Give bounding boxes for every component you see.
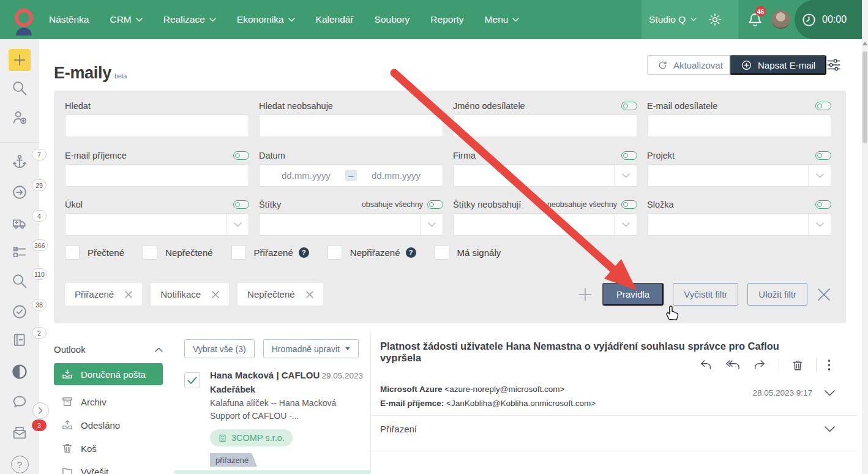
excludes-all-toggle[interactable] (621, 200, 637, 209)
checkbox[interactable] (327, 245, 342, 260)
time-tracker[interactable]: 00:00 (795, 0, 862, 39)
folder-item-archive[interactable]: Archiv (54, 390, 163, 413)
nav-item-realizace[interactable]: Realizace (163, 14, 216, 25)
urgent-button[interactable]: 4 (0, 214, 39, 231)
close-filter-icon[interactable] (817, 287, 831, 302)
exact-match-toggle[interactable] (815, 151, 831, 160)
reply-all-icon[interactable] (725, 358, 741, 372)
scrollbar-thumb[interactable] (862, 51, 867, 143)
checkbox-neprirazene[interactable]: Nepřiřazené? (327, 245, 416, 260)
compose-email-button[interactable]: Napsat E-mail (730, 55, 826, 75)
view-options-button[interactable] (825, 57, 842, 73)
email-list-item[interactable]: Hana Macková | CAFLOU 29.05.2023 Kadeřáb… (184, 370, 363, 467)
chevron-down-icon (808, 214, 831, 235)
remove-chip-icon[interactable] (306, 291, 313, 298)
remove-chip-icon[interactable] (212, 291, 219, 298)
rules-button[interactable]: Pravidla (602, 283, 664, 306)
exact-match-toggle[interactable] (621, 151, 637, 160)
more-options-icon[interactable] (828, 359, 831, 371)
folder-label: Archiv (81, 397, 107, 407)
search-input[interactable] (65, 115, 249, 137)
delete-email-icon[interactable] (791, 358, 804, 372)
email-checkbox-checked[interactable] (184, 372, 200, 388)
contrast-toggle[interactable] (0, 363, 39, 381)
select-all-button[interactable]: Vybrat vše (3) (184, 339, 255, 358)
date-to-input[interactable] (364, 170, 428, 181)
journal-button[interactable]: 2 (0, 331, 39, 348)
mail-icon (11, 424, 28, 441)
folder-item-trash[interactable]: Koš (54, 437, 163, 460)
tasks-button[interactable]: 366 (0, 244, 39, 261)
scrollbar-up-arrow[interactable] (862, 42, 867, 45)
chevron-up-icon[interactable] (155, 347, 163, 352)
folder-item-resolve[interactable]: Vyřešit (54, 460, 163, 474)
app-logo-icon[interactable] (15, 9, 33, 32)
exact-match-toggle[interactable] (815, 102, 831, 110)
checkbox[interactable] (143, 245, 157, 260)
exact-match-toggle[interactable] (233, 151, 249, 160)
checkbox-prirazene[interactable]: Přiřazené? (231, 245, 309, 260)
inbox-button[interactable]: 3 (0, 424, 39, 441)
nav-item-nastenka[interactable]: Nástěnka (49, 14, 89, 25)
bulk-edit-button[interactable]: Hromadně upravit (263, 339, 359, 358)
chevron-down-icon[interactable] (825, 390, 835, 396)
task-select[interactable] (65, 213, 249, 236)
nav-label: Kalendář (316, 14, 354, 25)
anchors-button[interactable]: 7 (0, 153, 39, 170)
page-scrollbar[interactable] (862, 0, 868, 474)
checkbox[interactable] (65, 245, 80, 260)
exact-match-toggle[interactable] (233, 200, 249, 209)
clear-filter-button[interactable]: Vyčistit filtr (673, 283, 738, 306)
exact-match-toggle[interactable] (621, 102, 637, 110)
company-tag[interactable]: 3COMP s.r.o. (210, 429, 293, 446)
nav-item-menu[interactable]: Menu (485, 14, 520, 25)
help-icon[interactable]: ? (406, 247, 416, 258)
folder-account-header[interactable]: Outlook (54, 344, 163, 355)
sliders-icon (825, 57, 842, 73)
settings-gear-icon[interactable] (708, 12, 722, 27)
tags-select[interactable] (259, 213, 443, 236)
chevron-down-icon[interactable] (825, 426, 835, 432)
add-new-button[interactable] (0, 49, 39, 71)
checkbox-neprectene[interactable]: Nepřečtené (143, 245, 213, 260)
help-button[interactable]: ? (0, 456, 39, 473)
search-sidebar-button[interactable] (0, 80, 39, 97)
sender-email-input[interactable] (647, 115, 831, 137)
project-select[interactable] (647, 164, 831, 187)
recipient-email-input[interactable] (65, 164, 249, 187)
remove-chip-icon[interactable] (125, 291, 132, 298)
nav-item-ekonomika[interactable]: Ekonomika (237, 14, 295, 25)
checkbox[interactable] (435, 245, 449, 260)
exact-match-toggle[interactable] (815, 200, 831, 209)
checkbox-prectene[interactable]: Přečtené (65, 245, 124, 260)
checkbox-ma-signaly[interactable]: Má signály (435, 245, 501, 260)
sender-name-input[interactable] (453, 115, 637, 137)
checkbox[interactable] (231, 245, 246, 260)
folder-item-sent[interactable]: Odesláno (54, 413, 163, 437)
tags-exclude-select[interactable] (453, 213, 637, 236)
date-from-input[interactable] (274, 170, 338, 181)
help-icon[interactable]: ? (299, 247, 309, 258)
nav-item-crm[interactable]: CRM (110, 14, 142, 25)
company-select[interactable] (453, 164, 637, 187)
nav-item-kalendar[interactable]: Kalendář (316, 14, 354, 25)
nav-item-soubory[interactable]: Soubory (375, 14, 410, 25)
add-filter-plus-icon[interactable] (577, 287, 593, 303)
save-filter-button[interactable]: Uložit filtr (747, 283, 807, 306)
user-avatar[interactable] (771, 10, 790, 29)
search-exclude-input[interactable] (259, 115, 443, 137)
add-contact-button[interactable] (0, 109, 39, 126)
toggle-knob (817, 202, 822, 207)
workspace-switcher[interactable]: Studio Q (642, 0, 738, 39)
forward-icon[interactable] (752, 358, 767, 372)
sidebar-expand-button[interactable] (32, 402, 49, 419)
handover-button[interactable]: 29 (0, 184, 39, 201)
nav-item-reporty[interactable]: Reporty (430, 14, 463, 25)
folder-item-inbox[interactable]: Doručená pošta (54, 363, 163, 385)
approvals-button[interactable]: 38 (0, 303, 39, 320)
refresh-button[interactable]: Aktualizovat (647, 55, 733, 75)
contains-all-toggle[interactable] (427, 200, 443, 209)
folder-select[interactable] (647, 213, 831, 236)
search-items-button[interactable]: 110 (0, 273, 39, 290)
reply-icon[interactable] (698, 358, 713, 372)
